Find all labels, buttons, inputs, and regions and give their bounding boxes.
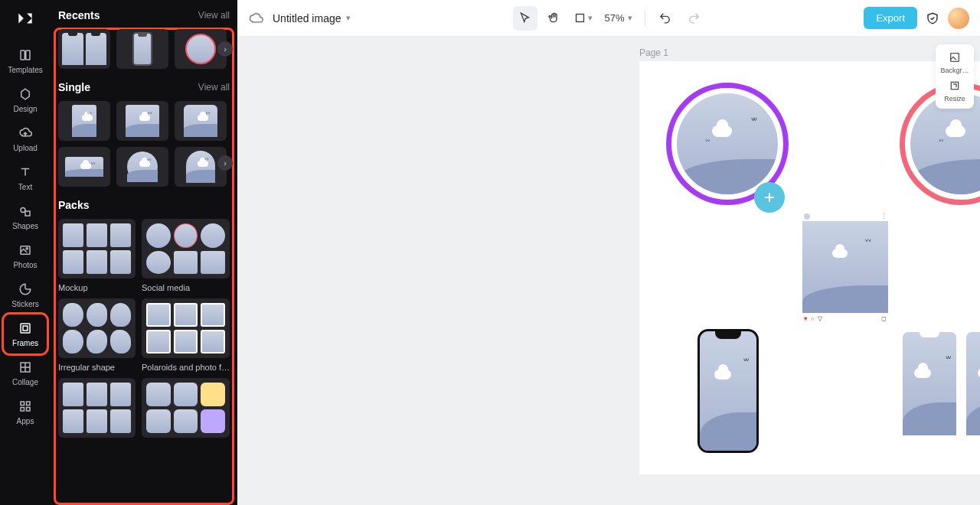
device-frame[interactable]: ᵥᵥ — [966, 332, 980, 435]
packs-title: Packs — [58, 199, 89, 211]
svg-point-6 — [26, 248, 28, 249]
recents-title: Recents — [58, 9, 100, 21]
text-icon — [18, 165, 33, 180]
single-title: Single — [58, 81, 90, 93]
frame-thumb[interactable]: ᵥᵥ — [58, 147, 110, 187]
share-icon: ▽ — [818, 315, 822, 322]
pack-extra[interactable] — [142, 378, 230, 438]
rail-label: Templates — [8, 66, 43, 74]
svg-rect-0 — [21, 50, 24, 60]
export-button[interactable]: Export — [864, 7, 917, 29]
frame-thumb[interactable]: ᵥᵥ — [116, 147, 168, 187]
rail-frames[interactable]: Frames — [4, 314, 47, 354]
rail-label: Upload — [13, 144, 38, 152]
rail-collage[interactable]: Collage — [4, 354, 47, 393]
upload-icon — [18, 125, 33, 141]
svg-point-3 — [21, 208, 25, 213]
single-viewall[interactable]: View all — [198, 82, 230, 93]
frame-thumb[interactable] — [58, 29, 110, 69]
canvas-area[interactable]: Page 1 ᵥᵥᵥᵥ + ᵥᵥᵥᵥ ⋮ ᵥᵥ ♥○▽◻ ᵥᵥ ᵥᵥ ᵥᵥ — [237, 37, 980, 505]
document-title[interactable]: Untitled image ▾ — [273, 12, 351, 24]
avatar-icon — [804, 213, 810, 220]
frames-icon — [18, 321, 33, 336]
stickers-icon — [18, 282, 33, 297]
pack-social[interactable]: Social media — [142, 219, 230, 292]
single-section: Single View all ᵥᵥ ᵥᵥ ᵥᵥ ᵥᵥ ᵥᵥ ᵥᵥ › — [58, 81, 230, 187]
frame-thumb[interactable]: ᵥᵥ — [175, 101, 227, 141]
svg-rect-10 — [21, 402, 24, 406]
frames-panel: Recents View all › Single View all ᵥᵥ ᵥᵥ… — [51, 0, 237, 505]
shapes-icon — [18, 204, 33, 219]
phone-frame[interactable]: ᵥᵥ — [697, 329, 759, 453]
rail-label: Apps — [17, 417, 34, 425]
main-area: Untitled image ▾ ▾ 57%▾ Export Page 1 ᵥᵥ… — [237, 0, 980, 505]
pack-mockup[interactable]: Mockup — [58, 219, 136, 292]
rail-apps[interactable]: Apps — [4, 393, 47, 432]
chevron-down-icon: ▾ — [346, 13, 351, 23]
select-tool[interactable] — [513, 6, 537, 31]
pack-polaroid[interactable]: Polaroids and photo f… — [142, 298, 230, 372]
rt-label: Backgr… — [940, 67, 969, 74]
heart-icon: ♥ — [804, 315, 808, 322]
svg-rect-14 — [577, 15, 584, 22]
comment-icon: ○ — [811, 315, 815, 322]
left-rail: Templates Design Upload Text Shapes Phot… — [0, 0, 51, 505]
design-icon — [18, 86, 33, 102]
svg-rect-8 — [23, 326, 28, 331]
rail-label: Photos — [13, 261, 37, 269]
apps-icon — [18, 399, 33, 414]
background-icon — [948, 50, 962, 64]
next-arrow-icon[interactable]: › — [217, 41, 233, 57]
zoom-value: 57% — [605, 12, 625, 24]
rail-photos[interactable]: Photos — [4, 236, 47, 275]
right-toolbar: Backgr… Resize — [936, 44, 974, 109]
templates-icon — [18, 47, 33, 63]
rail-design[interactable]: Design — [4, 80, 47, 119]
collage-icon — [18, 360, 33, 375]
recents-viewall[interactable]: View all — [198, 10, 230, 21]
pack-label: Social media — [142, 283, 230, 292]
resize-button[interactable]: Resize — [944, 79, 965, 103]
app-logo[interactable] — [15, 8, 36, 29]
rail-text[interactable]: Text — [4, 158, 47, 197]
more-icon: ⋮ — [880, 213, 887, 220]
resize-icon — [948, 79, 962, 93]
social-post-frame[interactable]: ⋮ ᵥᵥ ♥○▽◻ — [802, 211, 888, 322]
frame-thumb[interactable]: ᵥᵥ — [116, 101, 168, 141]
avatar[interactable] — [948, 8, 969, 29]
device-frame[interactable]: ᵥᵥ — [903, 332, 956, 435]
hand-tool[interactable] — [542, 6, 567, 31]
cloud-icon[interactable] — [248, 11, 263, 26]
svg-rect-11 — [27, 402, 31, 406]
rail-shapes[interactable]: Shapes — [4, 197, 47, 236]
rt-label: Resize — [944, 95, 965, 103]
rail-upload[interactable]: Upload — [4, 119, 47, 158]
next-arrow-icon[interactable]: › — [217, 155, 233, 171]
pack-irregular[interactable]: Irregular shape — [58, 298, 136, 372]
divider — [645, 11, 645, 26]
rail-label: Shapes — [12, 222, 38, 230]
recents-section: Recents View all › — [58, 9, 230, 69]
redo-button[interactable] — [682, 6, 707, 31]
zoom-level[interactable]: 57%▾ — [600, 12, 637, 24]
chevron-down-icon: ▾ — [628, 13, 632, 23]
svg-rect-7 — [21, 324, 30, 333]
frame-thumb[interactable]: ᵥᵥ — [58, 101, 110, 141]
crop-tool[interactable]: ▾ — [571, 6, 596, 31]
pack-extra[interactable] — [58, 378, 136, 438]
shield-icon[interactable] — [922, 8, 943, 29]
rail-label: Text — [18, 183, 32, 191]
svg-marker-2 — [21, 89, 30, 99]
svg-rect-13 — [27, 408, 31, 412]
page-label: Page 1 — [639, 47, 668, 58]
undo-button[interactable] — [653, 6, 678, 31]
rail-label: Design — [13, 105, 37, 113]
frame-thumb[interactable] — [116, 29, 168, 69]
background-button[interactable]: Backgr… — [940, 50, 969, 74]
add-icon[interactable]: + — [754, 182, 785, 213]
rail-stickers[interactable]: Stickers — [4, 275, 47, 314]
svg-rect-16 — [951, 54, 959, 62]
canvas-page[interactable]: ᵥᵥᵥᵥ + ᵥᵥᵥᵥ ⋮ ᵥᵥ ♥○▽◻ ᵥᵥ ᵥᵥ ᵥᵥ — [639, 61, 980, 474]
topbar: Untitled image ▾ ▾ 57%▾ Export — [237, 0, 980, 37]
rail-templates[interactable]: Templates — [4, 41, 47, 80]
